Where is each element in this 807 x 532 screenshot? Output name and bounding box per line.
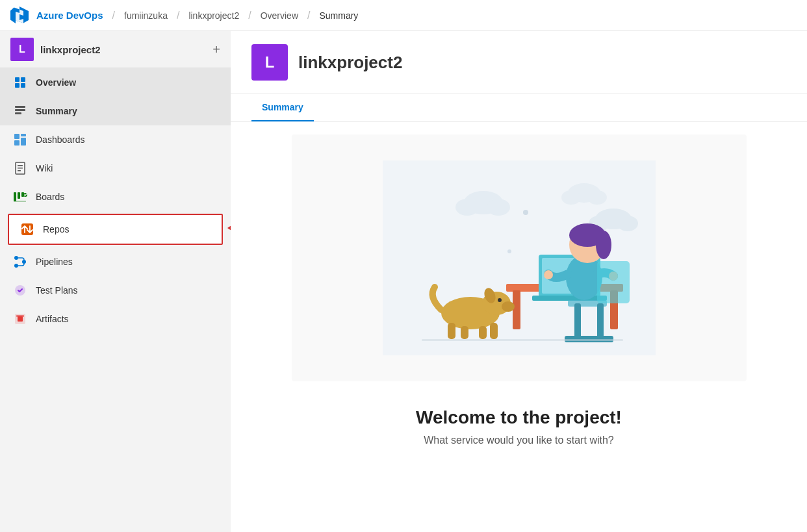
svg-point-51: [544, 270, 553, 279]
svg-rect-16: [18, 192, 20, 199]
svg-point-38: [617, 216, 638, 231]
svg-point-40: [507, 249, 511, 253]
topbar-crumb-overview[interactable]: Overview: [261, 10, 298, 21]
svg-rect-13: [18, 168, 23, 169]
svg-rect-28: [16, 315, 24, 317]
welcome-text: Welcome to the project! What service wou…: [416, 407, 622, 446]
svg-rect-12: [18, 165, 23, 166]
sidebar-item-pipelines[interactable]: Pipelines: [0, 247, 231, 276]
sidebar-item-test-plans[interactable]: Test Plans: [0, 276, 231, 305]
svg-rect-65: [479, 326, 487, 339]
repos-arrow: [227, 215, 231, 244]
tab-summary[interactable]: Summary: [251, 94, 314, 121]
sidebar-item-boards-label: Boards: [36, 192, 64, 202]
repos-wrapper: Repos: [0, 211, 231, 247]
main-layout: L linkxproject2 + Overview: [0, 31, 807, 532]
svg-rect-54: [597, 303, 604, 339]
svg-point-50: [596, 231, 611, 259]
topbar-sep-2: /: [177, 10, 179, 21]
sidebar-item-pipelines-label: Pipelines: [36, 257, 73, 267]
sidebar: L linkxproject2 + Overview: [0, 31, 231, 532]
svg-rect-3: [21, 83, 25, 88]
wiki-icon: [12, 160, 28, 176]
svg-rect-9: [14, 140, 19, 146]
repos-icon: [19, 222, 35, 237]
azure-devops-logo-icon: [10, 6, 29, 25]
dashboards-icon: [12, 132, 28, 147]
sidebar-item-artifacts[interactable]: Artifacts: [0, 305, 231, 333]
topbar-sep-3: /: [248, 10, 251, 21]
topbar-crumb-summary[interactable]: Summary: [319, 10, 358, 21]
svg-rect-15: [14, 192, 16, 201]
svg-rect-66: [490, 323, 498, 339]
svg-point-31: [455, 199, 479, 216]
svg-rect-42: [513, 290, 520, 329]
illustration-area: Welcome to the project! What service wou…: [231, 121, 807, 532]
sidebar-item-repos[interactable]: Repos: [8, 214, 223, 245]
test-plans-icon: [12, 283, 28, 298]
add-project-button[interactable]: +: [212, 43, 220, 56]
svg-rect-14: [18, 170, 21, 171]
sidebar-item-dashboards[interactable]: Dashboards: [0, 125, 231, 154]
svg-point-34: [561, 190, 581, 205]
svg-rect-18: [14, 201, 26, 202]
content-project-name: linkxproject2: [298, 53, 402, 73]
svg-point-24: [14, 264, 18, 268]
project-avatar: L: [10, 38, 34, 61]
overview-icon: [12, 75, 28, 90]
svg-point-32: [487, 199, 510, 216]
topbar-crumb-user[interactable]: fumiinzuka: [124, 10, 168, 21]
sidebar-item-repos-label: Repos: [43, 224, 69, 234]
sidebar-item-test-plans-label: Test Plans: [36, 285, 78, 296]
svg-rect-10: [21, 138, 26, 146]
sidebar-item-wiki[interactable]: Wiki: [0, 154, 231, 183]
svg-point-60: [502, 301, 515, 312]
svg-rect-1: [21, 77, 25, 82]
sidebar-item-dashboards-label: Dashboards: [36, 134, 85, 145]
svg-point-35: [587, 190, 607, 205]
svg-rect-0: [15, 77, 19, 82]
svg-rect-46: [532, 296, 607, 301]
svg-rect-5: [15, 109, 25, 111]
svg-rect-67: [422, 339, 623, 341]
illustration-box: [292, 134, 747, 381]
svg-point-61: [498, 298, 502, 302]
content-project-avatar: L: [251, 44, 288, 81]
svg-point-39: [523, 210, 528, 215]
topbar: Azure DevOps / fumiinzuka / linkxproject…: [0, 0, 807, 31]
svg-rect-55: [574, 303, 581, 339]
sidebar-item-overview[interactable]: Overview: [0, 68, 231, 97]
svg-rect-6: [15, 112, 21, 114]
topbar-brand[interactable]: Azure DevOps: [36, 10, 103, 21]
content-header: L linkxproject2: [231, 31, 807, 94]
sidebar-item-wiki-label: Wiki: [36, 163, 53, 173]
boards-icon: [12, 189, 28, 205]
pipelines-icon: [12, 254, 28, 270]
artifacts-icon: [12, 311, 28, 327]
topbar-crumb-project[interactable]: linkxproject2: [188, 10, 239, 21]
svg-rect-2: [15, 83, 19, 88]
welcome-illustration: [383, 160, 656, 355]
sidebar-item-boards[interactable]: Boards: [0, 183, 231, 211]
summary-tab-bar: Summary: [231, 94, 807, 121]
topbar-sep-4: /: [307, 10, 310, 21]
svg-rect-64: [461, 326, 468, 339]
project-header: L linkxproject2 +: [0, 31, 231, 68]
svg-rect-7: [14, 134, 19, 139]
sidebar-item-summary-label: Summary: [36, 106, 77, 116]
sidebar-item-summary[interactable]: Summary: [0, 97, 231, 125]
content-area: L linkxproject2 Summary: [231, 31, 807, 532]
sidebar-item-overview-label: Overview: [36, 77, 76, 88]
project-name: linkxproject2: [40, 44, 212, 55]
svg-rect-63: [448, 323, 455, 339]
svg-rect-57: [597, 261, 630, 303]
svg-point-22: [14, 256, 18, 260]
topbar-sep-1: /: [112, 10, 115, 21]
svg-rect-4: [15, 106, 25, 108]
svg-rect-20: [21, 223, 33, 235]
sidebar-item-artifacts-label: Artifacts: [36, 314, 69, 324]
welcome-title: Welcome to the project!: [416, 407, 622, 428]
svg-rect-27: [18, 316, 23, 322]
svg-rect-8: [21, 134, 26, 136]
svg-marker-21: [227, 215, 231, 241]
